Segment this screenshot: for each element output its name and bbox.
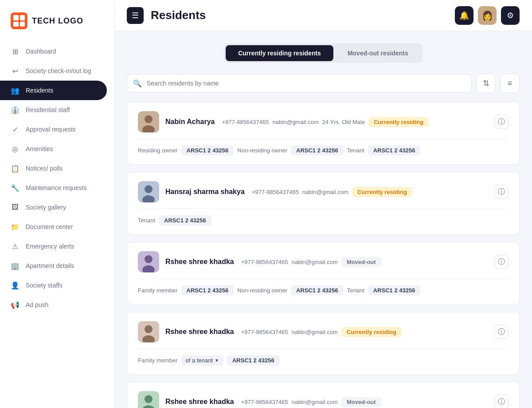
age-gender: 24 Yrs. Old Male [322,119,365,125]
nav-label-dashboard: Dashboard [26,48,56,55]
nav-icon-ad-push: 📢 [11,300,20,309]
hamburger-button[interactable]: ☰ [127,7,144,24]
nav-icon-dashboard: ⊞ [11,47,20,56]
resident-card: Rshee shree khadka +977-9856437465 nabin… [127,382,520,408]
resident-name: Nabin Acharya [165,118,215,126]
resident-name: Rshee shree khadka [165,328,234,336]
unit-badge: ARSC1 2 43256 [181,145,234,155]
search-row: 🔍 ⇅ ≡ [127,74,520,93]
nav-icon-residential-staff: 👔 [11,105,20,114]
resident-phone: +977-9856437465 [241,259,288,265]
bell-icon: 🔔 [459,11,469,20]
sidebar-item-ad-push[interactable]: 📢 Ad push [0,295,114,315]
resident-phone: +977-9856437465 [222,119,269,125]
nav-icon-society-gallery: 🖼 [11,203,20,212]
nav-icon-document-center: 📁 [11,222,20,231]
role-label: Tenant [347,147,364,154]
tab-currently-residing[interactable]: Currently residing residents [226,45,333,61]
card-header: Rshee shree khadka +977-9856437465 nabin… [138,251,509,272]
resident-email: nabin@gmail.com [292,259,338,265]
nav-icon-residents: 👥 [11,86,20,95]
sidebar-item-society-staffs[interactable]: 👤 Society staffs [0,276,114,295]
unit-badge: ARSC1 2 43256 [368,145,421,155]
info-icon: ⓘ [498,397,505,407]
info-button[interactable]: ⓘ [494,255,509,269]
role-label: Family member [138,357,178,364]
nav-label-residential-staff: Residential staff [26,106,70,113]
card-footer: Residing owner ARSC1 2 43256 Non-residin… [138,139,509,155]
svg-point-7 [145,255,153,263]
resident-avatar [138,111,159,132]
unit-badge: ARSC1 2 43256 [291,145,344,155]
sidebar-item-approval-requests[interactable]: ✓ Approval requests [0,120,114,139]
info-button[interactable]: ⓘ [494,185,509,199]
unit-badge: ARSC1 2 43256 [227,355,280,365]
search-wrapper: 🔍 [127,74,472,93]
search-input[interactable] [127,74,472,93]
card-footer: Tenant ARSC1 2 43256 [138,209,509,225]
info-button[interactable]: ⓘ [494,325,509,339]
nav-label-document-center: Document center [26,223,73,230]
logo-area: TECH LOGO [0,0,114,38]
of-tenant-tag[interactable]: of a tenant ▼ [181,355,223,365]
nav-icon-apartment-details: 🏢 [11,261,20,270]
sidebar-item-emergency-alerts[interactable]: ⚠ Emergency alerts [0,237,114,256]
resident-meta: Hansraj sharma shakya +977-9856437465 na… [165,187,488,197]
svg-point-10 [145,325,153,333]
filter-button[interactable]: ≡ [500,74,520,93]
logo-text: TECH LOGO [32,16,83,26]
tabs-bar: Currently residing residentsMoved-out re… [127,43,520,63]
sidebar-item-apartment-details[interactable]: 🏢 Apartment details [0,256,114,276]
sidebar-item-amenities[interactable]: ◎ Amenities [0,139,114,159]
topbar-actions: 🔔 👩 ⚙ [455,6,520,25]
sidebar-item-society-gallery[interactable]: 🖼 Society gallery [0,198,114,217]
nav-icon-notices-polls: 📋 [11,164,20,173]
unit-badge: ARSC1 2 43256 [291,285,344,295]
residents-list: Nabin Acharya +977-9856437465 nabin@gmai… [127,102,520,408]
nav-icon-society-staffs: 👤 [11,281,20,290]
nav-menu: ⊞ Dashboard ↩ Society check-in/out log 👥… [0,38,114,408]
nav-icon-approval-requests: ✓ [11,125,20,134]
status-badge: Currently residing [352,187,412,197]
status-badge: Currently residing [341,327,402,337]
sidebar-item-dashboard[interactable]: ⊞ Dashboard [0,42,114,61]
settings-button[interactable]: ⚙ [501,6,520,25]
resident-email: nabin@gmail.com [292,329,338,335]
topbar: ☰ Residents 🔔 👩 ⚙ [114,0,532,31]
nav-icon-maintenance-requests: 🔧 [11,183,20,192]
resident-card: Hansraj sharma shakya +977-9856437465 na… [127,172,520,235]
sidebar-item-residential-staff[interactable]: 👔 Residential staff [0,100,114,120]
resident-avatar [138,321,159,342]
notification-button[interactable]: 🔔 [455,6,473,25]
sidebar-item-document-center[interactable]: 📁 Document center [0,217,114,237]
nav-label-notices-polls: Notices/ polls [26,165,63,172]
sort-icon: ⇅ [483,78,489,88]
unit-badge: ARSC1 2 43256 [181,285,234,295]
sidebar-item-notices-polls[interactable]: 📋 Notices/ polls [0,159,114,178]
info-button[interactable]: ⓘ [494,395,509,408]
nav-label-ad-push: Ad push [26,301,48,308]
sidebar-item-society-check[interactable]: ↩ Society check-in/out log [0,61,114,81]
status-badge: Currently residing [368,117,429,127]
sidebar-item-maintenance-requests[interactable]: 🔧 Maintenance requests [0,178,114,198]
info-icon: ⓘ [498,257,505,267]
resident-name: Hansraj sharma shakya [165,188,245,196]
sidebar-item-residents[interactable]: 👥 Residents [0,81,107,100]
role-label: Tenant [138,217,155,224]
card-footer: Family member of a tenant ▼ ARSC1 2 4325… [138,349,509,365]
card-header: Hansraj sharma shakya +977-9856437465 na… [138,181,509,202]
info-button[interactable]: ⓘ [494,115,509,129]
card-header: Rshee shree khadka +977-9856437465 nabin… [138,321,509,342]
search-icon: 🔍 [133,79,142,88]
tab-moved-out[interactable]: Moved-out residents [335,45,421,61]
resident-name: Rshee shree khadka [165,258,234,266]
role-label: Non-residing owner [237,147,287,154]
unit-badge: ARSC1 2 43256 [159,215,211,225]
role-label: Family member [138,287,178,294]
sort-button[interactable]: ⇅ [476,74,496,93]
resident-avatar [138,181,159,202]
resident-phone: +977-9856437465 [241,329,288,335]
user-avatar[interactable]: 👩 [478,6,497,25]
role-label: Non-residing owner [237,287,287,294]
resident-meta: Nabin Acharya +977-9856437465 nabin@gmai… [165,117,488,127]
